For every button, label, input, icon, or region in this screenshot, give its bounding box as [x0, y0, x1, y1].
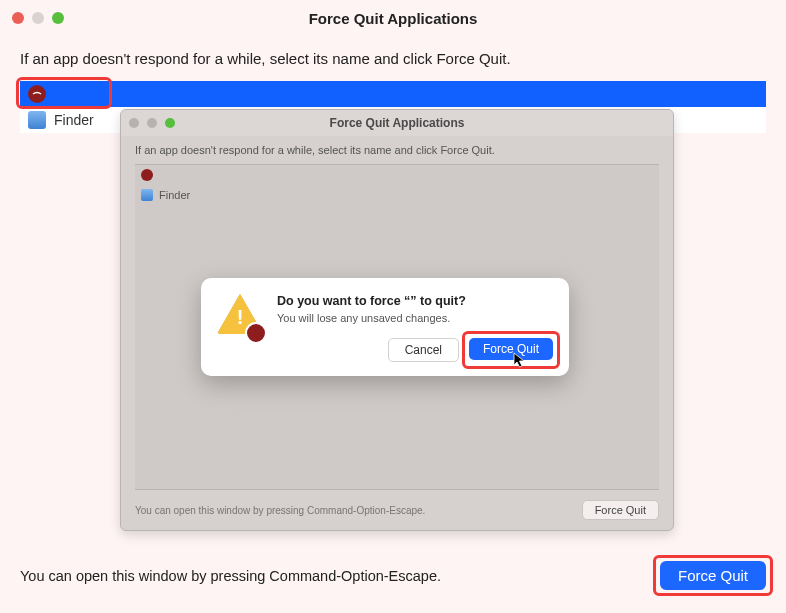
confirm-dialog: ! Do you want to force “” to quit? You w…	[201, 278, 569, 376]
inner-window: Force Quit Applications If an app doesn'…	[120, 109, 674, 531]
dialog-subtitle: You will lose any unsaved changes.	[277, 312, 553, 324]
dialog-title: Do you want to force “” to quit?	[277, 294, 553, 308]
app-row-selected[interactable]	[20, 81, 766, 107]
warning-icon: !	[217, 294, 263, 340]
inner-instruction: If an app doesn't respond for a while, s…	[135, 144, 659, 156]
app-red-icon	[245, 322, 267, 344]
inner-titlebar: Force Quit Applications	[121, 110, 673, 136]
inner-app-row-finder[interactable]: Finder	[135, 185, 659, 205]
confirm-force-quit-button[interactable]: Force Quit	[469, 338, 553, 360]
inner-force-quit-button[interactable]: Force Quit	[582, 500, 659, 520]
app-red-icon	[28, 85, 46, 103]
finder-icon	[141, 189, 153, 201]
cursor-icon	[513, 352, 527, 370]
app-red-icon	[141, 169, 153, 181]
inner-window-title: Force Quit Applications	[121, 116, 673, 130]
window-title: Force Quit Applications	[0, 10, 786, 27]
inner-app-row[interactable]	[135, 165, 659, 185]
app-label: Finder	[159, 189, 190, 201]
outer-titlebar: Force Quit Applications	[0, 0, 786, 36]
cancel-button[interactable]: Cancel	[388, 338, 459, 362]
outer-hint: You can open this window by pressing Com…	[20, 568, 441, 584]
app-label: Finder	[54, 112, 94, 128]
inner-hint: You can open this window by pressing Com…	[135, 505, 425, 516]
outer-force-quit-button[interactable]: Force Quit	[660, 561, 766, 590]
finder-icon	[28, 111, 46, 129]
outer-app-list-wrap: Finder Force Quit Applications If an app…	[20, 81, 766, 531]
outer-instruction: If an app doesn't respond for a while, s…	[20, 50, 766, 67]
inner-footer: You can open this window by pressing Com…	[135, 490, 659, 520]
